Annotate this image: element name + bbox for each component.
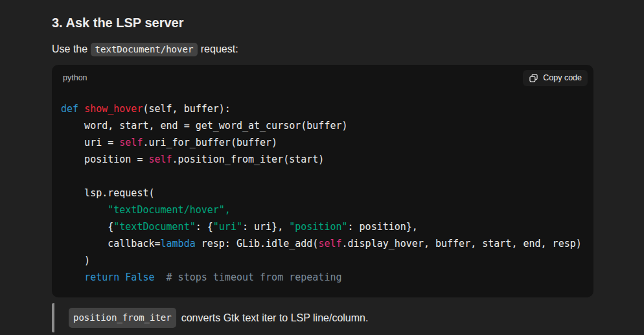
code-language-label: python [63,73,87,82]
copy-code-label: Copy code [543,73,582,82]
assistant-message: 3. Ask the LSP server Use the textDocume… [52,0,593,332]
inline-code-pill: textDocument/hover [91,43,198,56]
code-line: position = self.position_from_iter(start… [61,151,590,168]
code-line [61,168,590,185]
quote-code-pill: position_from_iter [69,308,176,328]
quote-text: converts Gtk text iter to LSP line/colum… [181,310,369,327]
intro-text-after: request: [198,43,238,54]
code-line: word, start, end = get_word_at_cursor(bu… [61,117,590,134]
code-lines: def show_hover(self, buffer): word, star… [61,100,590,286]
code-block: python Copy code def show_hover(self, bu… [52,65,593,297]
code-block-header: python Copy code [52,65,593,91]
code-line: uri = self.uri_for_buffer(buffer) [61,134,590,151]
intro-paragraph: Use the textDocument/hover request: [52,41,593,58]
copy-code-button[interactable]: Copy code [523,70,588,86]
code-line: def show_hover(self, buffer): [61,100,590,117]
code-content: def show_hover(self, buffer): word, star… [52,91,593,297]
intro-text-before: Use the [52,43,91,54]
code-line: callback=lambda resp: GLib.idle_add(self… [61,235,590,252]
copy-icon [529,73,538,83]
code-line: return False # stops timeout from repeat… [61,269,590,286]
code-line: ) [61,252,590,269]
section-heading: 3. Ask the LSP server [52,14,593,31]
code-line: "textDocument/hover", [61,202,590,218]
code-line: lsp.request( [61,185,590,202]
blockquote: position_from_iterconverts Gtk text iter… [52,303,593,332]
code-line: {"textDocument": {"uri": uri}, "position… [61,218,590,235]
